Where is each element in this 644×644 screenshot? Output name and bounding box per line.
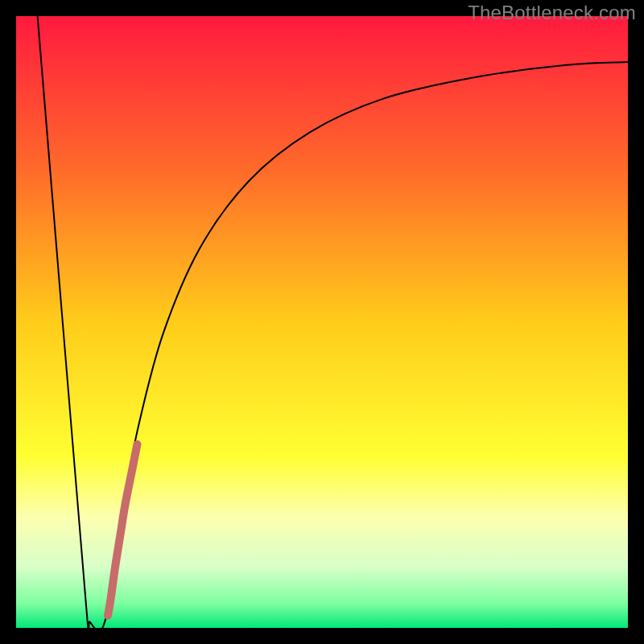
plot-lines [16, 16, 628, 628]
highlight-band [108, 444, 137, 616]
plot-area [16, 16, 628, 628]
watermark-label: TheBottleneck.com [468, 2, 636, 24]
chart-stage: TheBottleneck.com [0, 0, 644, 644]
bottleneck-curve [38, 16, 628, 628]
